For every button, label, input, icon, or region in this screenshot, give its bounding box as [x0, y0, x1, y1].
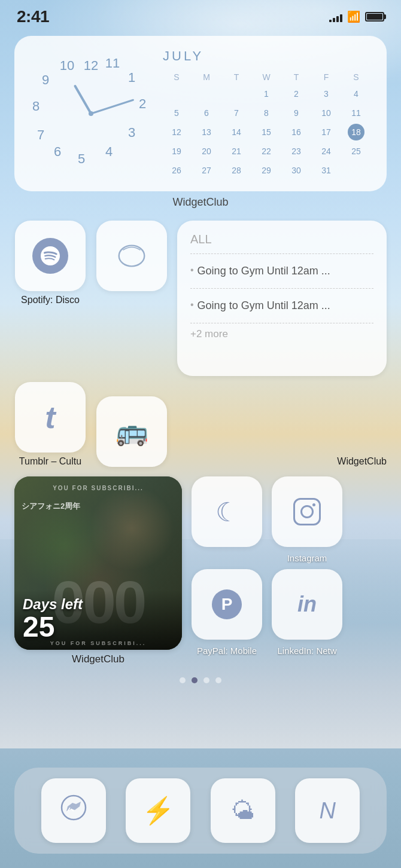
cal-day-13[interactable]: 13 [198, 124, 215, 140]
instagram-app[interactable]: Instagram [272, 476, 342, 563]
lemon-app[interactable] [96, 221, 168, 291]
status-time: 2:41 [17, 7, 49, 26]
tumblr-icon: t [45, 399, 55, 435]
dot-1[interactable] [192, 677, 198, 683]
lemon-icon-container[interactable] [96, 221, 167, 291]
spotify-icon-container[interactable] [15, 221, 86, 291]
countdown-widget[interactable]: YOU FOR SUBSCRIBI... シアフォニ2周年 000 Days l… [14, 476, 182, 650]
clock-num-8: 8 [32, 99, 40, 114]
large-widget-row: YOU FOR SUBSCRIBI... シアフォニ2周年 000 Days l… [0, 476, 401, 665]
battery-icon [365, 12, 384, 22]
clock-num-2: 2 [139, 96, 146, 112]
instagram-icon-container[interactable] [272, 476, 342, 547]
linkedin-app[interactable]: in LinkedIn: Netw [272, 569, 342, 656]
linkedin-icon-container[interactable]: in [272, 569, 342, 640]
bolt-icon: ⚡ [142, 795, 175, 826]
moon-icon: ☾ [215, 497, 239, 527]
cal-day-21[interactable]: 21 [228, 143, 245, 160]
all-header: ALL [190, 233, 373, 246]
bolt-dock-icon[interactable]: ⚡ [126, 778, 190, 843]
calendar-grid: S M T W T F S 1 2 3 4 5 6 7 8 9 [163, 71, 370, 179]
bullet-2: • [190, 299, 194, 310]
cal-day-11[interactable]: 11 [348, 105, 364, 121]
cal-header-s2: S [342, 71, 370, 83]
clock-widget-label: WidgetClub [0, 196, 401, 209]
cal-day-22[interactable]: 22 [258, 143, 275, 160]
cal-day-7[interactable]: 7 [228, 105, 245, 121]
transit-app[interactable]: 🚌 [96, 396, 168, 467]
spotify-icon [32, 238, 68, 274]
notes-dock-icon[interactable]: N [295, 778, 360, 843]
calendar-section: JULY S M T W T F S 1 2 3 4 5 6 7 [163, 48, 370, 179]
status-icons: 📶 [329, 10, 384, 23]
cal-day-14[interactable]: 14 [228, 124, 245, 140]
cal-day-26[interactable]: 26 [168, 162, 185, 179]
moon-icon-container[interactable]: ☾ [192, 476, 262, 547]
messenger-dock-icon[interactable] [41, 778, 106, 843]
cal-day-23[interactable]: 23 [288, 143, 305, 160]
cal-day-2[interactable]: 2 [288, 85, 305, 102]
cal-day-31[interactable]: 31 [318, 162, 335, 179]
cal-header-w: W [253, 71, 280, 83]
dot-2[interactable] [203, 677, 209, 683]
clock-hour-hand [74, 84, 92, 114]
instagram-label: Instagram [287, 553, 327, 563]
cal-day-20[interactable]: 20 [198, 143, 215, 160]
cal-header-t1: T [223, 71, 250, 83]
cal-day-12[interactable]: 12 [168, 124, 185, 140]
cal-day-8[interactable]: 8 [258, 105, 275, 121]
days-left-label: Days left [23, 596, 174, 613]
spotify-app[interactable]: Spotify: Disco [14, 221, 86, 305]
clock-calendar-widget[interactable]: 12 1 2 3 4 5 6 7 8 9 10 11 JULY S M [14, 36, 387, 191]
clock-num-10: 10 [60, 58, 74, 74]
dot-3[interactable] [215, 677, 221, 683]
cal-day-6[interactable]: 6 [198, 105, 215, 121]
tumblr-icon-container[interactable]: t [15, 382, 86, 453]
all-events-widget[interactable]: ALL • Going to Gym Until 12am ... • Goin… [177, 221, 387, 376]
cal-day-15[interactable]: 15 [258, 124, 275, 140]
cal-day-19[interactable]: 19 [168, 143, 185, 160]
spotify-label: Spotify: Disco [21, 295, 80, 305]
n-icon: N [320, 798, 336, 824]
all-item-2: • Going to Gym Until 12am ... [190, 294, 373, 318]
messenger-icon [59, 793, 88, 828]
svg-point-0 [119, 246, 145, 267]
wifi-icon: 📶 [347, 10, 360, 23]
cal-day-30[interactable]: 30 [288, 162, 305, 179]
cal-day-1[interactable]: 1 [258, 85, 275, 102]
all-item-1: • Going to Gym Until 12am ... [190, 259, 373, 283]
transit-icon-container[interactable]: 🚌 [96, 396, 167, 467]
apps-row-1: Spotify: Disco ALL • Going to Gym Until … [0, 221, 401, 376]
cal-day-18-today[interactable]: 18 [348, 124, 364, 140]
cal-day-9[interactable]: 9 [288, 105, 305, 121]
cal-day-16[interactable]: 16 [288, 124, 305, 140]
cal-header-s1: S [163, 71, 190, 83]
paypal-icon-container[interactable]: P [192, 569, 262, 640]
cal-day-27[interactable]: 27 [198, 162, 215, 179]
clock-num-6: 6 [54, 144, 61, 160]
dot-0[interactable] [180, 677, 186, 683]
calendar-month: JULY [163, 48, 370, 64]
cal-day-28[interactable]: 28 [228, 162, 245, 179]
all-divider-2 [190, 288, 373, 289]
instagram-dot [312, 503, 315, 506]
paypal-app[interactable]: P PayPal: Mobile [192, 569, 262, 656]
clock-num-7: 7 [37, 127, 44, 143]
countdown-number: 25 [23, 613, 174, 641]
cal-day-29[interactable]: 29 [258, 162, 275, 179]
cal-day-24[interactable]: 24 [318, 143, 335, 160]
weather-dock-icon[interactable]: 🌤 [211, 778, 275, 843]
cal-day-4[interactable]: 4 [348, 85, 364, 102]
all-item-2-text: Going to Gym Until 12am ... [198, 298, 330, 313]
cal-header-t2: T [282, 71, 310, 83]
clock-num-5: 5 [78, 151, 85, 167]
cal-day-10[interactable]: 10 [318, 105, 335, 121]
moon-app[interactable]: ☾ [192, 476, 262, 563]
cal-day-3[interactable]: 3 [318, 85, 335, 102]
cal-day-17[interactable]: 17 [318, 124, 335, 140]
lemon-icon [114, 238, 150, 274]
cal-day-5[interactable]: 5 [168, 105, 185, 121]
clock-num-12: 12 [84, 58, 98, 74]
tumblr-app[interactable]: t Tumblr – Cultu [14, 382, 86, 467]
cal-day-25[interactable]: 25 [348, 143, 364, 160]
